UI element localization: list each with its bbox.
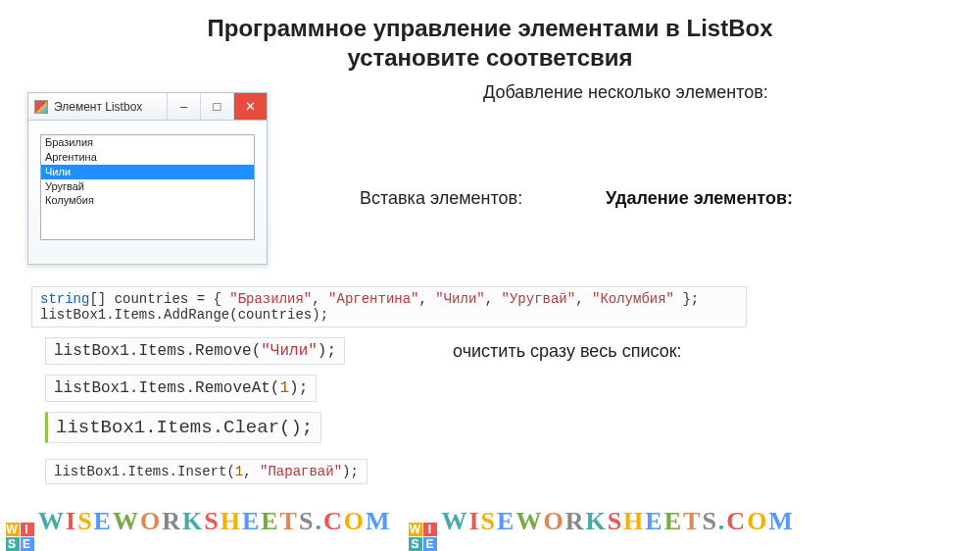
label-clear-list: очистить сразу весь список: xyxy=(453,341,681,362)
watermark-bar: WISEWISEWORKSHEETS.COM WISEWISEWORKSHEET… xyxy=(0,505,980,551)
close-button[interactable]: ✕ xyxy=(233,93,267,120)
minimize-button[interactable]: – xyxy=(167,93,200,120)
watermark-right: WISEWISEWORKSHEETS.COM xyxy=(409,507,794,551)
listbox-control[interactable]: БразилияАргентинаЧилиУругвайКолумбия xyxy=(40,134,255,240)
list-item[interactable]: Уругвай xyxy=(41,179,254,194)
watermark-text: WISEWORKSHEETS.COM xyxy=(441,507,794,535)
listbox-window: Элемент Listbox – □ ✕ БразилияАргентинаЧ… xyxy=(27,92,268,265)
code-snippet-addrange[interactable]: string[] countries = { "Бразилия", "Арге… xyxy=(31,286,747,327)
label-add-several: Добавление несколько элементов: xyxy=(483,82,768,103)
page-title: Программное управление элементами в List… xyxy=(0,0,980,73)
maximize-button[interactable]: □ xyxy=(200,93,233,120)
window-title: Элемент Listbox xyxy=(54,100,167,114)
title-line-2: установите соответсвия xyxy=(347,44,632,71)
code-snippet-clear[interactable]: listBox1.Items.Clear(); xyxy=(45,412,321,443)
list-item[interactable]: Бразилия xyxy=(41,135,254,150)
window-titlebar: Элемент Listbox – □ ✕ xyxy=(28,93,267,121)
code-snippet-insert[interactable]: listBox1.Items.Insert(1, "Парагвай"); xyxy=(45,459,368,484)
watermark-text: WISEWORKSHEETS.COM xyxy=(38,507,391,535)
label-insert: Вставка элементов: xyxy=(360,188,522,209)
watermark-left: WISEWISEWORKSHEETS.COM xyxy=(6,507,391,551)
title-line-1: Программное управление элементами в List… xyxy=(207,15,772,41)
code-snippet-removeat[interactable]: listBox1.Items.RemoveAt(1); xyxy=(45,375,317,402)
list-item[interactable]: Колумбия xyxy=(41,193,254,208)
code-snippet-remove[interactable]: listBox1.Items.Remove("Чили"); xyxy=(45,337,345,365)
list-item[interactable]: Аргентина xyxy=(41,150,254,165)
watermark-badge-icon: WISE xyxy=(409,523,437,551)
window-app-icon xyxy=(34,100,48,114)
list-item[interactable]: Чили xyxy=(41,165,254,179)
watermark-badge-icon: WISE xyxy=(6,523,34,551)
label-remove: Удаление элементов: xyxy=(606,188,793,209)
